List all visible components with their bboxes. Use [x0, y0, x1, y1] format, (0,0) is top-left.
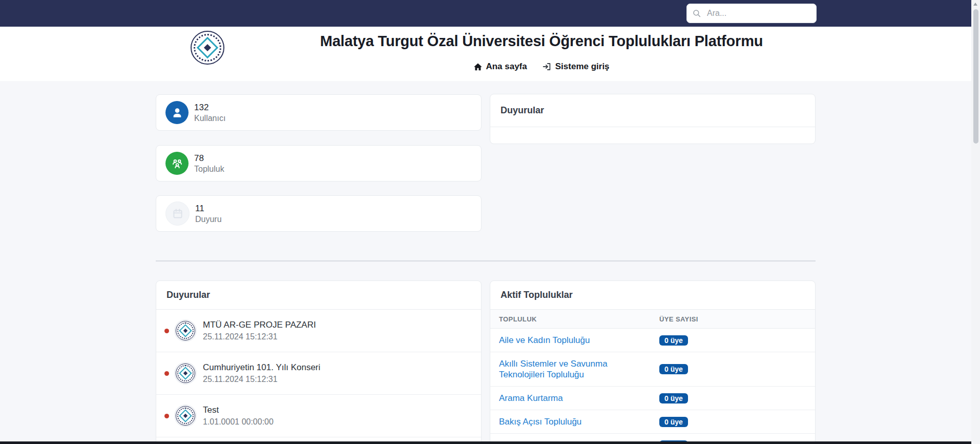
stat-communities-label: Topluluk	[194, 164, 224, 174]
panel-title: Duyurular	[490, 94, 815, 127]
stat-communities-value: 78	[194, 153, 224, 164]
community-link[interactable]: Akıllı Sistemler ve Savunma Teknolojiler…	[499, 358, 651, 380]
community-link[interactable]: Bakış Açısı Topluluğu	[499, 416, 651, 427]
communities-table-header: TOPLULUK ÜYE SAYISI	[490, 310, 815, 329]
scrollbar-up-arrow-icon[interactable]	[973, 3, 977, 6]
scrollbar-track[interactable]	[971, 0, 980, 444]
community-link[interactable]: Arama Kurtarma	[499, 393, 651, 403]
announcement-logo-icon	[176, 364, 195, 383]
stat-card-communities: 78 Topluluk	[156, 145, 482, 181]
university-seal-icon	[191, 31, 224, 65]
section-divider	[156, 260, 816, 261]
announcements-summary-panel: Duyurular	[490, 94, 816, 144]
community-row: Bakış Açısı Topluluğu 0 üye	[490, 410, 815, 434]
announcement-date: 1.01.0001 00:00:00	[203, 417, 274, 427]
communities-title: Aktif Topluluklar	[490, 281, 815, 310]
stat-users-label: Kullanıcı	[194, 113, 225, 124]
announcements-title: Duyurular	[156, 281, 481, 310]
announcement-logo-icon	[176, 406, 195, 426]
page-title: Malatya Turgut Özal Üniversitesi Öğrenci…	[320, 33, 763, 50]
nav-home-label: Ana sayfa	[486, 62, 527, 72]
announcement-logo-icon	[176, 321, 195, 340]
announcements-panel: Duyurular MTÜ AR-GE PROJE PAZARI 25.11.2…	[156, 280, 482, 444]
search-box[interactable]	[686, 4, 817, 23]
unread-dot-icon	[164, 371, 169, 376]
announcement-title: MTÜ AR-GE PROJE PAZARI	[203, 320, 316, 330]
sign-in-icon	[543, 62, 552, 71]
announcement-date: 25.11.2024 15:12:31	[203, 332, 316, 341]
announcement-title: Cumhuriyetin 101. Yılı Konseri	[203, 362, 320, 373]
top-navbar	[0, 0, 971, 27]
community-row: Akıllı Sistemler ve Savunma Teknolojiler…	[490, 352, 815, 387]
member-count-badge: 0 üye	[659, 364, 688, 374]
home-icon	[473, 63, 482, 71]
user-icon	[165, 101, 189, 124]
community-link[interactable]: Aile ve Kadın Topluluğu	[499, 335, 651, 346]
search-icon	[692, 9, 701, 18]
community-row: Aile ve Kadın Topluluğu 0 üye	[490, 329, 815, 352]
site-header: Malatya Turgut Özal Üniversitesi Öğrenci…	[0, 27, 971, 81]
calendar-icon	[165, 201, 190, 226]
community-row: Arama Kurtarma 0 üye	[490, 387, 815, 410]
member-count-badge: 0 üye	[659, 393, 688, 403]
member-count-badge: 0 üye	[659, 335, 688, 346]
announcement-item[interactable]: Cumhuriyetin 101. Yılı Konseri 25.11.202…	[156, 352, 481, 395]
scrollbar-thumb[interactable]	[973, 9, 978, 144]
announcement-title: Test	[203, 405, 274, 415]
nav-login-link[interactable]: Sisteme giriş	[543, 62, 610, 72]
university-logo[interactable]	[191, 31, 224, 65]
nav-login-label: Sisteme giriş	[555, 62, 610, 72]
stat-card-announcements: 11 Duyuru	[156, 195, 482, 232]
page: Malatya Turgut Özal Üniversitesi Öğrenci…	[0, 0, 980, 444]
stat-announcements-value: 11	[195, 203, 222, 214]
column-header-members: ÜYE SAYISI	[659, 315, 698, 323]
main-nav: Ana sayfa Sisteme giriş	[473, 62, 609, 72]
active-communities-panel: Aktif Topluluklar TOPLULUK ÜYE SAYISI Ai…	[490, 280, 816, 444]
announcements-list: MTÜ AR-GE PROJE PAZARI 25.11.2024 15:12:…	[156, 310, 481, 437]
announcement-item[interactable]: MTÜ AR-GE PROJE PAZARI 25.11.2024 15:12:…	[156, 310, 481, 352]
member-count-badge: 0 üye	[659, 417, 688, 427]
announcement-item[interactable]: Test 1.01.0001 00:00:00	[156, 395, 481, 437]
stat-card-users: 132 Kullanıcı	[156, 94, 482, 131]
nav-home-link[interactable]: Ana sayfa	[473, 62, 527, 72]
unread-dot-icon	[164, 329, 169, 333]
column-header-community: TOPLULUK	[499, 315, 537, 323]
search-input[interactable]	[706, 8, 814, 18]
announcement-date: 25.11.2024 15:12:31	[203, 375, 320, 384]
footer-top-edge	[0, 441, 971, 444]
people-icon	[165, 152, 189, 175]
unread-dot-icon	[164, 414, 169, 418]
stat-announcements-label: Duyuru	[195, 214, 222, 225]
stat-users-value: 132	[194, 102, 225, 113]
communities-table-body: Aile ve Kadın Topluluğu 0 üye Akıllı Sis…	[490, 329, 815, 444]
